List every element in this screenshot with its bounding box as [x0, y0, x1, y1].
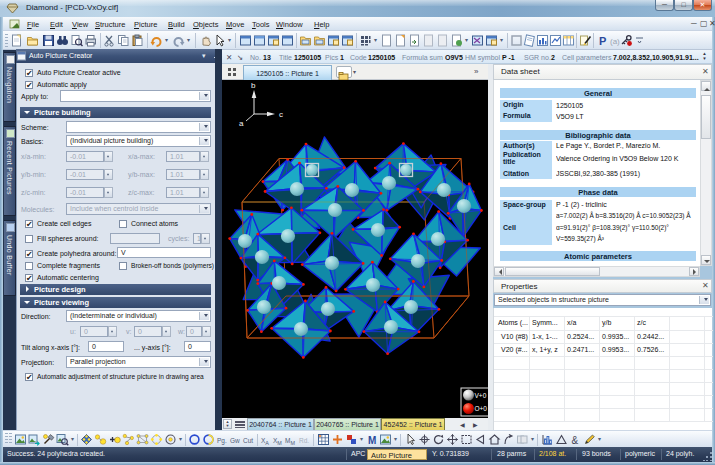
svg-text:a: a [239, 119, 244, 128]
svg-text:(a): (a) [610, 37, 620, 46]
svg-text:O+0: O+0 [475, 405, 488, 412]
svg-text:V+0: V+0 [475, 392, 487, 399]
svg-text:P: P [599, 35, 606, 47]
svg-text:c: c [279, 110, 283, 119]
svg-text:M: M [368, 435, 376, 446]
svg-text:b: b [251, 81, 256, 90]
svg-text:&: & [572, 435, 579, 446]
